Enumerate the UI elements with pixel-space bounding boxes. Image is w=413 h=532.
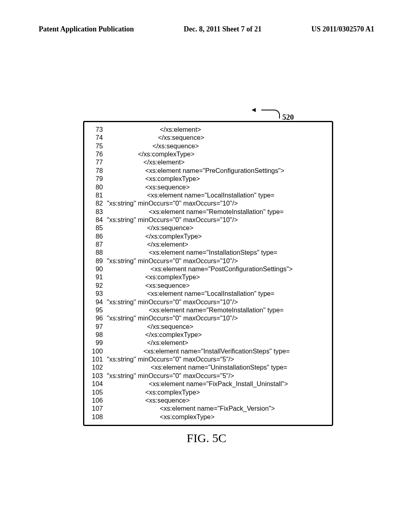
line-number: 88 [89, 248, 107, 256]
code-line: 85 </xs:sequence> [89, 224, 327, 232]
code-line: 83 <xs:element name="RemoteInstallation"… [89, 208, 327, 216]
code-line: 84"xs:string" minOccurs="0" maxOccurs="1… [89, 216, 327, 224]
line-number: 80 [89, 183, 107, 191]
line-number: 90 [89, 265, 107, 273]
code-line: 86 </xs:complexType> [89, 232, 327, 240]
code-line: 73 </xs:element> [89, 125, 327, 133]
code-line: 82"xs:string" minOccurs="0" maxOccurs="1… [89, 199, 327, 207]
line-number: 108 [89, 413, 107, 421]
line-number: 105 [89, 388, 107, 396]
code-text: "xs:string" minOccurs="0" maxOccurs="5"/… [107, 372, 327, 380]
code-line: 102 <xs:element name="UninstallationStep… [89, 363, 327, 371]
code-text: </xs:element> [107, 339, 327, 347]
code-line: 96"xs:string" minOccurs="0" maxOccurs="1… [89, 314, 327, 322]
code-line: 90 <xs:element name="PostConfigurationSe… [89, 265, 327, 273]
code-line: 80 <xs:sequence> [89, 183, 327, 191]
line-number: 92 [89, 281, 107, 289]
line-number: 91 [89, 273, 107, 281]
code-text: <xs:complexType> [107, 175, 327, 183]
code-text: <xs:element name="InstallationSteps" typ… [107, 248, 327, 256]
leader-line [253, 110, 280, 119]
code-line: 104 <xs:element name="FixPack_Install_Un… [89, 380, 327, 388]
code-line: 105 <xs:complexType> [89, 388, 327, 396]
code-text: <xs:sequence> [107, 281, 327, 289]
line-number: 89 [89, 257, 107, 265]
code-text: "xs:string" minOccurs="0" maxOccurs="10"… [107, 298, 327, 306]
code-line: 74 </xs:sequence> [89, 133, 327, 141]
code-line: 77 </xs:element> [89, 158, 327, 166]
code-line: 76 </xs:complexType> [89, 150, 327, 158]
line-number: 104 [89, 380, 107, 388]
code-line: 81 <xs:element name="LocalInstallation" … [89, 191, 327, 199]
code-text: </xs:sequence> [107, 142, 327, 150]
code-line: 88 <xs:element name="InstallationSteps" … [89, 248, 327, 256]
line-number: 83 [89, 208, 107, 216]
code-text: <xs:element name="InstallVerificationSte… [107, 347, 327, 355]
code-text: <xs:element name="UninstallationSteps" t… [107, 363, 327, 371]
line-number: 101 [89, 355, 107, 363]
code-text: </xs:complexType> [107, 232, 327, 240]
line-number: 98 [89, 330, 107, 339]
code-text: <xs:element name="PostConfigurationSetti… [107, 265, 327, 273]
code-text: <xs:element name="LocalInstallation" typ… [107, 289, 327, 297]
line-number: 103 [89, 372, 107, 380]
code-line: 108 <xs:complexType> [89, 413, 327, 421]
code-text: "xs:string" minOccurs="0" maxOccurs="10"… [107, 199, 327, 207]
line-number: 78 [89, 166, 107, 175]
code-line: 99 </xs:element> [89, 339, 327, 347]
line-number: 93 [89, 289, 107, 297]
code-line: 97 </xs:sequence> [89, 322, 327, 330]
line-number: 75 [89, 142, 107, 150]
line-number: 106 [89, 396, 107, 404]
code-line: 78 <xs:element name="PreConfigurationSet… [89, 166, 327, 175]
line-number: 100 [89, 347, 107, 355]
code-text: <xs:complexType> [107, 413, 327, 421]
code-text: </xs:sequence> [107, 224, 327, 232]
code-line: 94"xs:string" minOccurs="0" maxOccurs="1… [89, 298, 327, 306]
code-text: <xs:sequence> [107, 183, 327, 191]
line-number: 73 [89, 125, 107, 133]
line-number: 96 [89, 314, 107, 322]
header-left: Patent Application Publication [39, 25, 134, 33]
code-text: <xs:sequence> [107, 396, 327, 404]
line-number: 81 [89, 191, 107, 199]
code-text: </xs:sequence> [107, 133, 327, 141]
line-number: 77 [89, 158, 107, 166]
code-text: "xs:string" minOccurs="0" maxOccurs="10"… [107, 216, 327, 224]
line-number: 76 [89, 150, 107, 158]
code-text: </xs:element> [107, 125, 327, 133]
code-text: "xs:string" minOccurs="0" maxOccurs="10"… [107, 257, 327, 265]
code-text: "xs:string" minOccurs="0" maxOccurs="5"/… [107, 355, 327, 363]
line-number: 74 [89, 133, 107, 141]
code-line: 100 <xs:element name="InstallVerificatio… [89, 347, 327, 355]
line-number: 107 [89, 404, 107, 412]
code-text: </xs:complexType> [107, 330, 327, 339]
code-line: 79 <xs:complexType> [89, 175, 327, 183]
code-line: 95 <xs:element name="RemoteInstallation"… [89, 306, 327, 314]
code-line: 92 <xs:sequence> [89, 281, 327, 289]
page-header: Patent Application Publication Dec. 8, 2… [39, 25, 374, 33]
code-text: </xs:element> [107, 158, 327, 166]
line-number: 99 [89, 339, 107, 347]
line-number: 79 [89, 175, 107, 183]
header-right: US 2011/0302570 A1 [311, 25, 374, 33]
code-text: </xs:complexType> [107, 150, 327, 158]
line-number: 84 [89, 216, 107, 224]
code-text: <xs:element name="FixPack_Install_Uninst… [107, 380, 327, 388]
code-text: <xs:element name="FixPack_Version"> [107, 404, 327, 412]
code-line: 101"xs:string" minOccurs="0" maxOccurs="… [89, 355, 327, 363]
code-line: 91 <xs:complexType> [89, 273, 327, 281]
code-text: <xs:complexType> [107, 273, 327, 281]
code-text: <xs:element name="PreConfigurationSettin… [107, 166, 327, 175]
code-text: </xs:element> [107, 240, 327, 248]
line-number: 95 [89, 306, 107, 314]
figure-caption: FIG. 5C [0, 431, 413, 445]
code-text: <xs:complexType> [107, 388, 327, 396]
line-number: 82 [89, 199, 107, 207]
code-line: 93 <xs:element name="LocalInstallation" … [89, 289, 327, 297]
code-line: 98 </xs:complexType> [89, 330, 327, 339]
code-line: 106 <xs:sequence> [89, 396, 327, 404]
code-line: 75 </xs:sequence> [89, 142, 327, 150]
line-number: 87 [89, 240, 107, 248]
code-text: "xs:string" minOccurs="0" maxOccurs="10"… [107, 314, 327, 322]
